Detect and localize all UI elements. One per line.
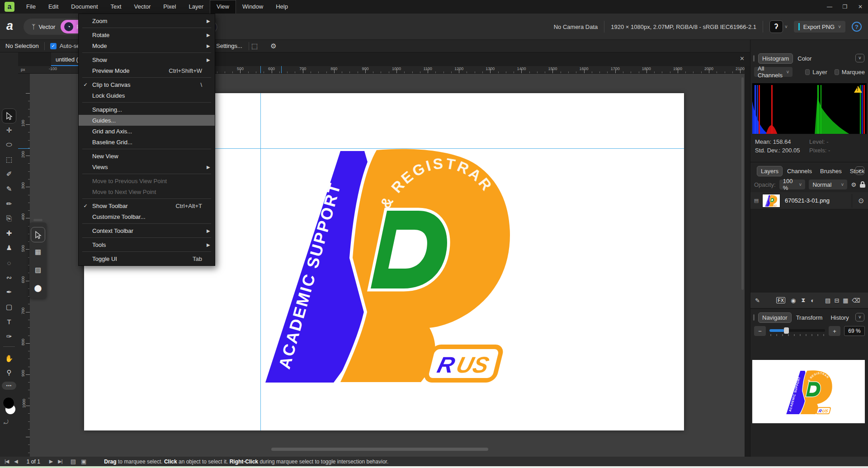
settings-button[interactable]: Settings... xyxy=(216,43,242,49)
menubar-item-text[interactable]: Text xyxy=(104,0,128,14)
menubar-item-edit[interactable]: Edit xyxy=(42,0,65,14)
smudge-tool[interactable]: ∾ xyxy=(2,271,16,284)
view-menu-item-move-to-next-view-point[interactable]: Move to Next View Point xyxy=(79,186,215,197)
menubar-item-layer[interactable]: Layer xyxy=(183,0,210,14)
panel-menu-chevron-icon[interactable]: ˅ xyxy=(855,54,864,62)
move-cursor-tool[interactable] xyxy=(31,227,45,242)
marquee-settings-icon[interactable]: ⬚ xyxy=(251,42,258,50)
color-picker-tool[interactable]: ✑ xyxy=(2,330,16,343)
assistant-button[interactable]: ʔ ˅ xyxy=(769,20,788,33)
first-page-icon[interactable]: |◀ xyxy=(5,459,9,464)
view-menu-item-tools[interactable]: Tools ▶ xyxy=(79,239,215,250)
view-menu-item-toggle-ui[interactable]: Toggle UI Tab xyxy=(79,253,215,264)
view-menu-item-guides[interactable]: Guides... xyxy=(79,115,215,126)
view-menu-item-mode[interactable]: Mode ▶ xyxy=(79,40,215,51)
blend-options-gear-icon[interactable]: ⚙ xyxy=(851,181,856,188)
minimize-icon[interactable]: — xyxy=(822,0,837,14)
live-filter-icon[interactable]: ◐ xyxy=(811,297,814,304)
view-menu-item-rotate[interactable]: Rotate ▶ xyxy=(79,29,215,40)
horizontal-scrollbar[interactable] xyxy=(271,448,488,451)
gear-icon[interactable]: ⚙ xyxy=(270,42,276,50)
slider-thumb[interactable] xyxy=(784,327,789,334)
blend-ranges-icon[interactable]: ✎ xyxy=(755,297,760,304)
liquify-tool[interactable]: ⬤ xyxy=(31,281,45,295)
new-pixel-layer-icon[interactable]: ▦ xyxy=(843,297,848,304)
vertical-scrollbar[interactable] xyxy=(741,77,744,290)
fx-icon[interactable]: FX xyxy=(776,297,785,303)
lock-icon[interactable] xyxy=(860,181,865,188)
view-menu-item-lock-guides[interactable]: Lock Guides xyxy=(79,90,215,101)
opacity-dropdown[interactable]: 100 % ˅ xyxy=(779,180,806,189)
page-overview-icon[interactable]: ▣ xyxy=(81,458,86,465)
view-menu-item-preview-mode[interactable]: Preview Mode Ctrl+Shift+W xyxy=(79,65,215,76)
tab-histogram-histogram[interactable]: Histogram xyxy=(758,53,793,64)
panel-grip[interactable] xyxy=(753,314,755,321)
view-menu-item-snapping[interactable]: Snapping... xyxy=(79,104,215,115)
view-menu-item-customize-toolbar[interactable]: Customize Toolbar... xyxy=(79,211,215,222)
zoom-slider[interactable] xyxy=(769,326,825,336)
zoom-tool[interactable]: ⚲ xyxy=(2,366,16,379)
layer-thumbnail[interactable] xyxy=(762,194,780,208)
view-menu-item-grid-and-axis[interactable]: Grid and Axis... xyxy=(79,126,215,137)
freehand-select-tool[interactable]: ✐ xyxy=(2,167,16,181)
maximize-icon[interactable]: ❐ xyxy=(837,0,853,14)
previous-page-icon[interactable]: ◀ xyxy=(14,459,17,464)
export-png-button[interactable]: Export PNG ˅ xyxy=(794,21,845,33)
vertical-guide[interactable] xyxy=(260,93,261,430)
view-menu-item-new-view[interactable]: New View xyxy=(79,151,215,161)
view-menu-item-move-to-previous-view-point[interactable]: Move to Previous View Point xyxy=(79,175,215,186)
panel-grip[interactable] xyxy=(753,55,755,61)
view-menu-item-context-toolbar[interactable]: Context Toolbar ▶ xyxy=(79,225,215,236)
pen-tool[interactable]: ✒ xyxy=(2,285,16,299)
menubar-item-help[interactable]: Help xyxy=(269,0,294,14)
new-group-icon[interactable]: ⊟ xyxy=(834,297,839,304)
menubar-item-view[interactable]: View xyxy=(210,0,236,14)
view-menu-item-clip-to-canvas[interactable]: ✓ Clip to Canvas \ xyxy=(79,79,215,90)
vector-persona-button[interactable]: ᛉ Vector xyxy=(26,19,61,35)
view-menu-item-show-toolbar[interactable]: ✓ Show Toolbar Ctrl+Alt+T xyxy=(79,200,215,211)
panel-menu-chevron-icon[interactable]: ˅ xyxy=(855,313,864,321)
clone-tool[interactable]: ⎘ xyxy=(2,212,16,225)
menubar-item-file[interactable]: File xyxy=(20,0,42,14)
image-layer-icon[interactable]: ▤ xyxy=(825,297,830,304)
delete-layer-icon[interactable]: ⌫ xyxy=(852,297,860,304)
auto-select-checkbox[interactable]: ✓ xyxy=(50,43,57,49)
tab-histogram-color[interactable]: Color xyxy=(794,54,815,63)
menubar-item-document[interactable]: Document xyxy=(65,0,104,14)
view-menu-item-zoom[interactable]: Zoom ▶ xyxy=(79,15,215,26)
pixel-pencil-tool[interactable]: ✏ xyxy=(2,197,16,211)
crop-tool[interactable]: ✛ xyxy=(2,123,16,137)
page-list-icon[interactable]: ▤ xyxy=(71,458,75,465)
panel-drag-handle[interactable] xyxy=(33,219,42,221)
blend-mode-dropdown[interactable]: Normal ˅ xyxy=(809,180,847,189)
help-button[interactable]: ? xyxy=(852,22,862,32)
move-tool[interactable] xyxy=(2,109,16,123)
rectangle-tool[interactable]: ▢ xyxy=(2,300,16,314)
paint-brush-tool[interactable]: ✎ xyxy=(2,182,16,196)
marquee-select-tool[interactable]: ⬚ xyxy=(2,153,16,166)
vertical-ruler[interactable]: 1002003004005006007008009001000 xyxy=(18,74,30,457)
perspective-warp-tool[interactable]: ▨ xyxy=(31,263,45,277)
swap-colors-icon[interactable]: ⤾ xyxy=(4,419,9,426)
tab-navigator-navigator[interactable]: Navigator xyxy=(758,312,792,323)
zoom-out-button[interactable]: − xyxy=(754,326,766,336)
mesh-warp-tool[interactable]: ▦ xyxy=(31,245,45,259)
adjustment-icon[interactable]: ⧗ xyxy=(801,297,805,304)
zoom-percent-field[interactable]: 69 % xyxy=(844,326,865,336)
mask-icon[interactable]: ◉ xyxy=(791,297,796,304)
blur-tool[interactable]: ◌ xyxy=(2,256,16,269)
panel-menu-chevron-icon[interactable]: ˅ xyxy=(855,166,864,175)
menubar-item-pixel[interactable]: Pixel xyxy=(157,0,182,14)
marquee-checkbox[interactable] xyxy=(835,69,839,75)
foreground-color-well[interactable] xyxy=(3,397,14,409)
layer-visibility-eye-icon[interactable]: ⊙ xyxy=(858,197,864,205)
selection-brush-tool[interactable]: ⬭ xyxy=(2,138,16,151)
close-icon[interactable]: ✕ xyxy=(853,0,868,14)
layer-checkbox[interactable] xyxy=(805,69,810,75)
next-page-icon[interactable]: ▶ xyxy=(49,459,52,464)
tab-layers-layers[interactable]: Layers xyxy=(757,166,783,176)
menubar-item-window[interactable]: Window xyxy=(236,0,269,14)
ruler-unit-label[interactable]: px xyxy=(18,66,30,74)
view-menu-item-baseline-grid[interactable]: Baseline Grid... xyxy=(79,137,215,147)
layers-list-empty-area[interactable] xyxy=(750,209,868,293)
